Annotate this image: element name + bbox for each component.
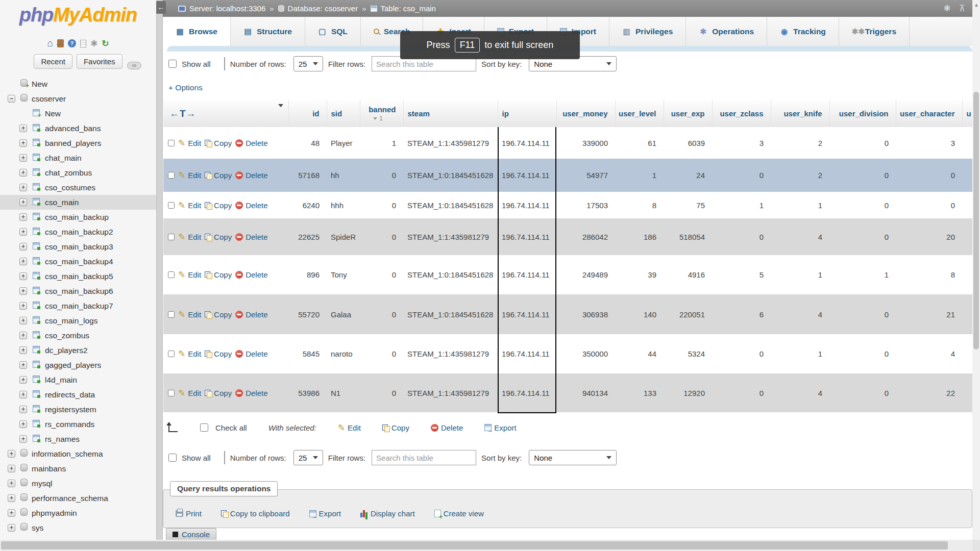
sidebar-item-chat_zombus[interactable]: +chat_zombus <box>0 165 156 180</box>
home-icon[interactable]: ⌂ <box>47 38 53 49</box>
phpmyadmin-logo[interactable]: phpMyAdmin <box>0 4 156 26</box>
tab-browse[interactable]: ▦Browse <box>163 17 231 46</box>
expand-plus-icon[interactable]: + <box>19 376 27 384</box>
sidebar-item-chat_main[interactable]: +chat_main <box>0 151 156 165</box>
recent-button[interactable]: Recent <box>34 54 72 69</box>
collapse-sidebar-button[interactable]: ← <box>156 1 166 14</box>
sidebar-item-cso_zombus[interactable]: +cso_zombus <box>0 328 156 343</box>
breadcrumb-segment[interactable]: Table: cso_main <box>371 4 436 13</box>
expand-plus-icon[interactable]: + <box>8 509 15 517</box>
sort-by-key-select-bottom[interactable]: None <box>529 450 617 465</box>
tab-tracking[interactable]: ◉Tracking <box>767 17 839 46</box>
row-action-edit[interactable]: ✎Edit <box>178 200 201 211</box>
expand-plus-icon[interactable]: + <box>19 302 27 310</box>
with-selected-copy[interactable]: Copy <box>382 422 409 433</box>
sidebar-item-performance_schema[interactable]: +performance_schema <box>0 491 156 506</box>
row-action-edit[interactable]: ✎Edit <box>178 232 201 242</box>
with-selected-export[interactable]: Export <box>484 422 516 433</box>
query-op-export[interactable]: Export <box>309 509 341 518</box>
row-action-edit[interactable]: ✎Edit <box>178 138 201 148</box>
docs-icon[interactable] <box>80 40 86 47</box>
logout-icon[interactable] <box>57 39 64 47</box>
sidebar-item-phpmyadmin[interactable]: +phpmyadmin <box>0 506 156 520</box>
row-action-delete[interactable]: Delete <box>235 389 267 397</box>
breadcrumb-segment[interactable]: Database: csoserver <box>278 4 358 13</box>
sidebar-item-new[interactable]: New <box>0 106 156 121</box>
row-action-delete[interactable]: Delete <box>235 233 267 241</box>
row-action-copy[interactable]: Copy <box>205 233 232 241</box>
query-op-create-view[interactable]: Create view <box>434 509 484 518</box>
sidebar-item-cso_main_backup3[interactable]: +cso_main_backup3 <box>0 239 156 254</box>
expand-plus-icon[interactable]: + <box>19 213 27 221</box>
expand-plus-icon[interactable]: + <box>19 198 27 206</box>
tab-operations[interactable]: ✱Operations <box>686 17 767 46</box>
sidebar-item-l4d_main[interactable]: +l4d_main <box>0 372 156 387</box>
expand-plus-icon[interactable]: + <box>8 450 15 458</box>
column-header-sid[interactable]: sid <box>327 100 360 127</box>
row-action-copy[interactable]: Copy <box>205 270 232 279</box>
column-header-banned[interactable]: banned1 <box>360 100 403 127</box>
query-op-display-chart[interactable]: Display chart <box>360 509 415 518</box>
column-header-user_zclass[interactable]: user_zclass <box>712 100 771 127</box>
sidebar-item-cso_main_backup6[interactable]: +cso_main_backup6 <box>0 284 156 298</box>
check-all-checkbox[interactable] <box>200 423 208 432</box>
sidebar-item-mainbans[interactable]: +mainbans <box>0 461 156 476</box>
column-header-id[interactable]: id <box>288 100 327 127</box>
expand-plus-icon[interactable]: + <box>19 435 27 443</box>
with-selected-edit[interactable]: ✎Edit <box>338 422 361 433</box>
row-action-edit[interactable]: ✎Edit <box>178 388 201 398</box>
expand-plus-icon[interactable]: + <box>19 287 27 295</box>
sidebar-item-advanced_bans[interactable]: +advanced_bans <box>0 121 156 136</box>
row-checkbox[interactable] <box>168 140 175 146</box>
row-action-copy[interactable]: Copy <box>205 139 232 147</box>
horizontal-scroll-thumb[interactable] <box>1 541 948 549</box>
expand-plus-icon[interactable]: + <box>19 258 27 265</box>
console-tab[interactable]: Console <box>166 528 216 540</box>
column-header-steam[interactable]: steam <box>403 100 498 127</box>
vertical-scroll-thumb[interactable] <box>973 92 979 349</box>
sidebar-item-information_schema[interactable]: +information_schema <box>0 446 156 461</box>
number-of-rows-select-bottom[interactable]: 25 <box>293 450 323 465</box>
row-action-delete[interactable]: Delete <box>235 310 267 319</box>
sidebar-item-banned_players[interactable]: +banned_players <box>0 136 156 151</box>
row-action-edit[interactable]: ✎Edit <box>178 269 201 280</box>
sidebar-item-cso_costumes[interactable]: +cso_costumes <box>0 180 156 195</box>
sidebar-item-mysql[interactable]: +mysql <box>0 476 156 491</box>
sidebar-item-cso_main_backup2[interactable]: +cso_main_backup2 <box>0 224 156 239</box>
row-checkbox[interactable] <box>168 202 175 209</box>
expand-plus-icon[interactable]: + <box>19 332 27 339</box>
expand-plus-icon[interactable]: + <box>8 524 15 532</box>
row-action-copy[interactable]: Copy <box>205 389 232 397</box>
row-action-copy[interactable]: Copy <box>205 349 232 358</box>
expand-plus-icon[interactable]: + <box>19 406 27 413</box>
page-settings-icon[interactable]: ✱ <box>943 3 950 14</box>
sidebar-item-redirects_data[interactable]: +redirects_data <box>0 387 156 402</box>
sidebar-item-cso_main[interactable]: +cso_main <box>0 195 156 210</box>
vertical-scrollbar[interactable]: ▲ <box>972 0 980 540</box>
column-header-user_knife[interactable]: user_knife <box>771 100 829 127</box>
expand-plus-icon[interactable]: + <box>19 243 27 251</box>
sidebar-item-csoserver[interactable]: −csoserver <box>0 91 156 106</box>
row-action-copy[interactable]: Copy <box>205 310 232 319</box>
scroll-up-arrow-icon[interactable]: ▲ <box>974 2 979 8</box>
row-checkbox[interactable] <box>168 350 175 357</box>
expand-plus-icon[interactable]: + <box>19 228 27 236</box>
favorites-button[interactable]: Favorites <box>77 54 122 69</box>
sidebar-item-cso_main_logs[interactable]: +cso_main_logs <box>0 313 156 328</box>
row-action-copy[interactable]: Copy <box>205 171 232 180</box>
link-panels-icon[interactable]: ∞ <box>127 62 141 69</box>
expand-plus-icon[interactable]: + <box>19 124 27 132</box>
column-header-user_division[interactable]: user_division <box>829 100 896 127</box>
help-icon[interactable]: ? <box>68 39 76 47</box>
sidebar-item-rs_commands[interactable]: +rs_commands <box>0 417 156 432</box>
expand-plus-icon[interactable]: + <box>8 494 15 502</box>
sidebar-item-cso_main_backup[interactable]: +cso_main_backup <box>0 210 156 224</box>
sidebar-item-cso_main_backup5[interactable]: +cso_main_backup5 <box>0 269 156 284</box>
expand-plus-icon[interactable]: + <box>8 465 15 472</box>
expand-plus-icon[interactable]: + <box>19 272 27 280</box>
row-action-delete[interactable]: Delete <box>235 201 267 210</box>
sidebar-item-new[interactable]: New <box>0 77 156 91</box>
expand-plus-icon[interactable]: + <box>19 184 27 191</box>
row-checkbox[interactable] <box>168 311 175 318</box>
collapse-minus-icon[interactable]: − <box>8 95 15 103</box>
